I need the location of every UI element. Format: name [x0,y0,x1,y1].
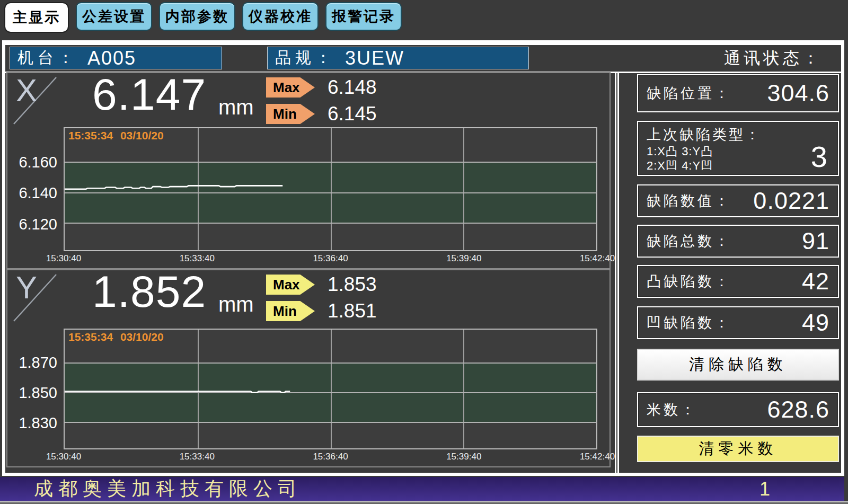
x-axis-tick-label: 15:42:40 [580,253,615,264]
defect-value-value: 0.0221 [753,187,829,215]
x-axis-tick-label: 15:39:40 [446,452,481,462]
y-current-value: 1.852 [92,266,206,317]
x-min-value: 6.145 [328,103,377,125]
max-tag: Max [266,77,315,98]
y-section-header: Y 1.852 mm Max 1.853 Min 1.851 [7,270,610,329]
defect-type-legend-2: 2:X凹 4:Y凹 [647,158,829,173]
min-tag: Min [266,104,315,124]
x-chart-x-axis: 15:30:4015:33:4015:36:4015:39:4015:42:40 [64,253,597,266]
last-defect-type-label: 上次缺陷类型： [647,125,829,144]
defect-total-field: 缺陷总数： 91 [637,225,839,258]
x-max-row: Max 6.148 [266,76,377,99]
concave-defects-label: 凹缺陷数： [647,313,731,332]
y-max-row: Max 1.853 [266,273,377,296]
tab-alarm-records[interactable]: 报警记录 [325,2,402,31]
y-chart-x-axis: 15:30:4015:33:4015:36:4015:39:4015:42:40 [64,452,597,464]
y-axis-label: Y [16,269,37,306]
product-spec-label: 品规： [275,47,335,69]
y-max-value: 1.853 [328,273,377,296]
tab-internal-parameters-label: 内部参数 [165,7,229,26]
y-chart-plot: 15:35:34 03/10/20 [64,329,597,449]
measurement-series-line [65,330,596,448]
x-axis-label: X [16,72,37,109]
min-tag: Min [266,301,315,321]
y-unit-label: mm [218,293,254,316]
tab-instrument-calibration-label: 仪器校准 [249,7,312,26]
convex-defects-value: 42 [802,268,829,295]
defect-total-label: 缺陷总数： [647,232,731,251]
convex-defects-label: 凸缺陷数： [647,272,731,291]
last-defect-type-field: 上次缺陷类型： 1:X凸 3:Y凸 2:X凹 4:Y凹 3 [637,121,839,176]
tab-tolerance-settings[interactable]: 公差设置 [76,2,152,31]
main-frame: 机台： A005 品规： 3UEW 通讯状态： X 6.147 mm [2,40,844,476]
meters-field: 米数： 628.6 [637,392,839,427]
defect-type-legend-1: 1:X凸 3:Y凸 [647,144,829,158]
machine-id-value: A005 [87,47,136,69]
machine-id-label: 机台： [17,47,78,69]
page-number: 1 [759,478,770,500]
y-axis-tick-label: 6.140 [19,184,57,202]
meters-value: 628.6 [767,396,829,423]
x-chart-timestamp: 15:35:34 03/10/20 [68,129,164,142]
x-axis-tick-label: 15:30:40 [46,253,81,264]
x-axis-tick-label: 15:39:40 [446,253,481,264]
comm-status-label: 通讯状态： [724,45,822,72]
y-axis-tick-label: 1.870 [19,353,57,371]
y-axis-tick-label: 6.120 [19,215,57,233]
meters-label: 米数： [647,400,697,419]
defect-position-value: 304.6 [767,79,829,107]
x-axis-tick-label: 15:36:40 [313,253,348,264]
concave-defects-field: 凹缺陷数： 49 [637,306,839,339]
x-current-value: 6.147 [92,69,206,120]
x-axis-tick-label: 15:42:40 [580,452,615,462]
x-axis-tick-label: 15:36:40 [313,452,348,462]
tab-alarm-records-label: 报警记录 [332,7,395,26]
y-axis-tick-label: 6.160 [19,153,57,171]
x-axis-tick-label: 15:30:40 [46,452,81,462]
charts-column: X 6.147 mm Max 6.148 Min 6.145 [5,72,616,473]
machine-id-field: 机台： A005 [10,47,222,69]
y-chart-timestamp: 15:35:34 03/10/20 [68,331,164,343]
tab-instrument-calibration[interactable]: 仪器校准 [242,2,319,31]
content-area: X 6.147 mm Max 6.148 Min 6.145 [5,72,841,473]
tab-tolerance-settings-label: 公差设置 [82,7,146,26]
tab-internal-parameters[interactable]: 内部参数 [159,2,235,31]
x-axis-tick-label: 15:33:40 [180,452,215,462]
x-axis-section: X 6.147 mm Max 6.148 Min 6.145 [6,72,611,269]
x-chart-plot: 15:35:34 03/10/20 [64,127,597,251]
reset-meters-button[interactable]: 清零米数 [637,436,839,462]
tab-main-display[interactable]: 主显示 [4,2,69,33]
measurement-series-line [65,128,596,250]
hmi-screen: 主显示 公差设置 内部参数 仪器校准 报警记录 机台： A005 品规： 3UE… [0,0,848,504]
x-maxmin-block: Max 6.148 Min 6.145 [266,76,377,125]
x-chart-y-axis: 6.1606.1406.120 [7,127,64,251]
y-min-row: Min 1.851 [266,300,377,322]
footer-bar: 成都奥美加科技有限公司 1 [0,477,844,501]
defect-position-field: 缺陷位置： 304.6 [637,74,839,112]
clear-defects-button[interactable]: 清除缺陷数 [637,349,839,381]
y-axis-tick-label: 1.850 [19,384,57,401]
defect-total-value: 91 [802,227,829,255]
y-min-value: 1.851 [328,300,377,322]
product-spec-field: 品规： 3UEW [267,47,529,69]
y-chart-area: 1.8701.8501.830 15:35:34 03/10/20 15:30:… [7,329,610,466]
defect-position-label: 缺陷位置： [647,84,731,103]
convex-defects-field: 凸缺陷数： 42 [637,265,839,298]
tab-bar: 主显示 公差设置 内部参数 仪器校准 报警记录 [4,2,402,33]
x-chart-area: 6.1606.1406.120 15:35:34 03/10/20 15:30:… [7,127,610,268]
product-spec-value: 3UEW [345,47,404,69]
y-chart-y-axis: 1.8701.8501.830 [7,329,64,449]
defect-value-label: 缺陷数值： [647,191,731,210]
stats-panel: 缺陷位置： 304.6 上次缺陷类型： 1:X凸 3:Y凸 2:X凹 4:Y凹 … [617,72,841,473]
max-tag: Max [266,275,315,295]
x-unit-label: mm [218,95,254,119]
x-min-row: Min 6.145 [266,103,377,125]
y-axis-section: Y 1.852 mm Max 1.853 Min 1.851 [6,269,611,467]
concave-defects-value: 49 [802,309,829,337]
y-maxmin-block: Max 1.853 Min 1.851 [266,273,377,322]
defect-value-field: 缺陷数值： 0.0221 [637,184,839,217]
y-axis-tick-label: 1.830 [19,414,57,431]
company-name: 成都奥美加科技有限公司 [34,476,302,502]
x-section-header: X 6.147 mm Max 6.148 Min 6.145 [7,73,610,127]
tab-main-display-label: 主显示 [13,8,60,27]
